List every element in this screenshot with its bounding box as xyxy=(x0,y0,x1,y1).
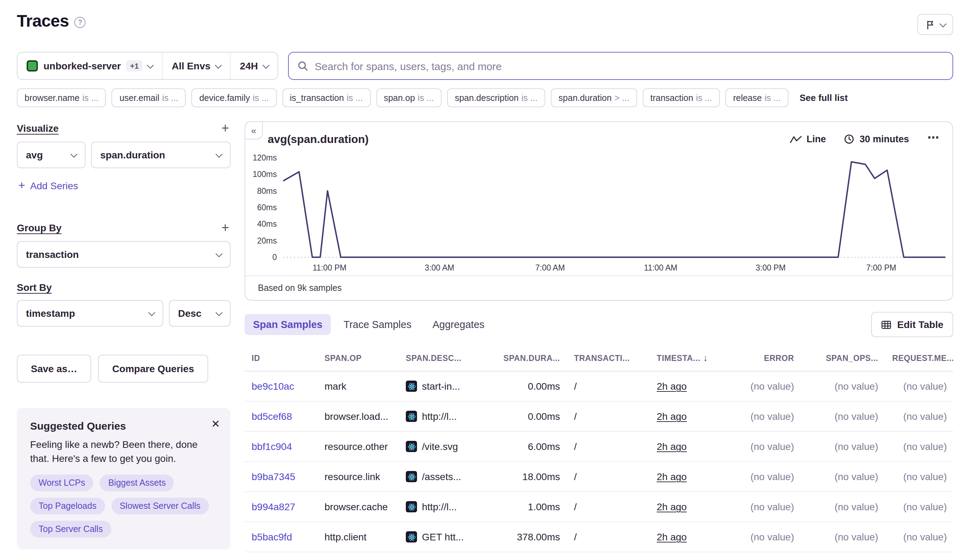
filter-chip-span.description[interactable]: span.descriptionis ... xyxy=(447,88,545,107)
close-icon[interactable]: ✕ xyxy=(211,418,220,429)
tab-trace-samples[interactable]: Trace Samples xyxy=(335,314,420,335)
table-row[interactable]: b994a827browser.cachehttp://l...1.00ms/2… xyxy=(245,492,953,522)
cell-span-op: browser.load... xyxy=(317,401,399,432)
cell-request-method: (no value) xyxy=(885,552,953,560)
span-id-link[interactable]: b9ba7345 xyxy=(252,471,295,482)
cell-span-id: be9c10ac xyxy=(245,371,317,401)
filter-chip-span.duration[interactable]: span.duration> ... xyxy=(551,88,637,107)
span-description-value[interactable]: http://l... xyxy=(422,411,457,422)
filter-chip-transaction[interactable]: transactionis ... xyxy=(643,88,720,107)
column-header-transacti[interactable]: TRANSACTI... xyxy=(567,344,650,371)
cell-transaction: / xyxy=(567,492,650,522)
cell-span-op: http.client xyxy=(317,522,399,552)
project-platform-icon xyxy=(27,60,38,72)
project-selector[interactable]: unborked-server +1 xyxy=(18,53,162,79)
filter-chips-row: browser.nameis ...user.emailis ...device… xyxy=(17,88,953,107)
compare-queries-button[interactable]: Compare Queries xyxy=(98,355,208,383)
timestamp-link[interactable]: 2h ago xyxy=(657,441,687,452)
help-icon[interactable]: ? xyxy=(75,17,86,28)
timestamp-link[interactable]: 2h ago xyxy=(657,411,687,422)
column-header-span-desc[interactable]: SPAN.DESC... xyxy=(399,344,484,371)
timestamp-link[interactable]: 2h ago xyxy=(657,380,687,392)
collapse-sidebar-icon[interactable]: « xyxy=(245,121,263,140)
column-header-span-ops[interactable]: SPAN_OPS... xyxy=(801,344,885,371)
timestamp-link[interactable]: 2h ago xyxy=(657,471,687,482)
span-description-value[interactable]: http://l... xyxy=(422,501,457,512)
time-range-selector[interactable]: 24H xyxy=(230,53,278,79)
span-id-link[interactable]: be9c10ac xyxy=(252,380,294,392)
tab-span-samples[interactable]: Span Samples xyxy=(245,314,331,335)
aggregate-select[interactable]: avg xyxy=(17,142,85,168)
feature-flags-button[interactable] xyxy=(917,14,953,35)
span-id-link[interactable]: bd5cef68 xyxy=(252,411,292,422)
environment-selector[interactable]: All Envs xyxy=(162,53,230,79)
column-header-id[interactable]: ID xyxy=(245,344,317,371)
page-filter-group: unborked-server +1 All Envs 24H xyxy=(17,52,278,80)
add-group-by-button[interactable]: + xyxy=(220,221,231,234)
sort-field-select[interactable]: timestamp xyxy=(17,300,163,327)
chart-interval-button[interactable]: 30 minutes xyxy=(844,134,909,144)
timestamp-link[interactable]: 2h ago xyxy=(657,531,687,542)
aggregate-field-select[interactable]: span.duration xyxy=(91,142,231,168)
search-input[interactable] xyxy=(315,60,944,72)
cell-span-id: b5bac9fd xyxy=(245,522,317,552)
group-by-select[interactable]: transaction xyxy=(17,241,231,268)
table-row[interactable]: b5bac9fdhttp.clientGET htt...378.00ms/2h… xyxy=(245,522,953,552)
cell-span-op: resource.ifra... xyxy=(317,552,399,560)
column-header-timesta[interactable]: TIMESTA...↓ xyxy=(650,344,723,371)
duration-line-chart[interactable]: 120ms100ms80ms60ms40ms20ms011:00 PM3:00 … xyxy=(245,151,952,275)
filter-chip-browser.name[interactable]: browser.nameis ... xyxy=(17,88,106,107)
table-row[interactable]: bbf1c904resource.other/vite.svg6.00ms/2h… xyxy=(245,432,953,462)
sort-direction-select[interactable]: Desc xyxy=(169,300,231,327)
suggested-query-chips: Worst LCPsBiggest AssetsTop PageloadsSlo… xyxy=(30,474,217,537)
suggested-chip-biggest-assets[interactable]: Biggest Assets xyxy=(100,474,174,491)
column-header-span-dura[interactable]: SPAN.DURA... xyxy=(484,344,567,371)
suggested-chip-slowest-server-calls[interactable]: Slowest Server Calls xyxy=(111,497,209,514)
span-id-link[interactable]: b994a827 xyxy=(252,501,295,512)
cell-error: (no value) xyxy=(723,552,801,560)
cell-span-description: GET htt... xyxy=(399,522,484,552)
add-series-button[interactable]: + Add Series xyxy=(18,180,78,191)
timestamp-link[interactable]: 2h ago xyxy=(657,501,687,512)
span-id-link[interactable]: b5bac9fd xyxy=(252,531,292,542)
svg-text:40ms: 40ms xyxy=(257,219,277,228)
span-id-link[interactable]: bbf1c904 xyxy=(252,441,292,452)
add-visualize-button[interactable]: + xyxy=(220,121,231,135)
table-row[interactable]: be9c10acmarkstart-in...0.00ms/2h ago(no … xyxy=(245,371,953,401)
filter-chip-release[interactable]: releaseis ... xyxy=(725,88,788,107)
toolbar: unborked-server +1 All Envs 24H xyxy=(17,52,953,80)
chart-type-button[interactable]: Line xyxy=(790,134,826,144)
chevron-down-icon xyxy=(215,309,223,316)
filter-chip-user.email[interactable]: user.emailis ... xyxy=(112,88,186,107)
suggested-chip-top-pageloads[interactable]: Top Pageloads xyxy=(30,497,105,514)
cell-span-ops: (no value) xyxy=(801,462,885,492)
table-row[interactable]: b9ba7345resource.link/assets...18.00ms/2… xyxy=(245,462,953,492)
suggested-chip-worst-lcps[interactable]: Worst LCPs xyxy=(30,474,93,491)
suggested-queries-card: ✕ Suggested Queries Feeling like a newb?… xyxy=(17,408,231,549)
chart-more-options-icon[interactable]: ⋯ xyxy=(927,130,940,148)
filter-chip-is_transaction[interactable]: is_transactionis ... xyxy=(282,88,370,107)
cell-transaction: / xyxy=(567,522,650,552)
results-tabs: Span SamplesTrace SamplesAggregates Edit… xyxy=(245,312,953,337)
svg-text:3:00 AM: 3:00 AM xyxy=(425,263,454,272)
cell-span-duration: 18.00ms xyxy=(484,462,567,492)
edit-table-button[interactable]: Edit Table xyxy=(871,312,953,337)
save-as-button[interactable]: Save as… xyxy=(17,355,91,383)
see-full-list-button[interactable]: See full list xyxy=(794,93,853,103)
table-row[interactable]: b41bfb26resource.ifra...https://...276.0… xyxy=(245,552,953,560)
column-header-span-op[interactable]: SPAN.OP xyxy=(317,344,399,371)
column-header-error[interactable]: ERROR xyxy=(723,344,801,371)
filter-chip-device.family[interactable]: device.familyis ... xyxy=(192,88,277,107)
react-platform-icon xyxy=(406,380,417,392)
table-row[interactable]: bd5cef68browser.load...http://l...0.00ms… xyxy=(245,401,953,432)
tab-aggregates[interactable]: Aggregates xyxy=(424,314,493,335)
suggested-chip-top-server-calls[interactable]: Top Server Calls xyxy=(30,520,111,537)
filter-chip-span.op[interactable]: span.opis ... xyxy=(376,88,442,107)
cell-request-method: (no value) xyxy=(885,432,953,462)
cell-span-description: /vite.svg xyxy=(399,432,484,462)
svg-text:20ms: 20ms xyxy=(257,236,277,245)
page-header: Traces ? xyxy=(17,0,953,35)
span-samples-table: IDSPAN.OPSPAN.DESC...SPAN.DURA...TRANSAC… xyxy=(245,344,953,560)
cell-span-duration: 0.00ms xyxy=(484,401,567,432)
column-header-request-me[interactable]: REQUEST.ME... xyxy=(885,344,953,371)
